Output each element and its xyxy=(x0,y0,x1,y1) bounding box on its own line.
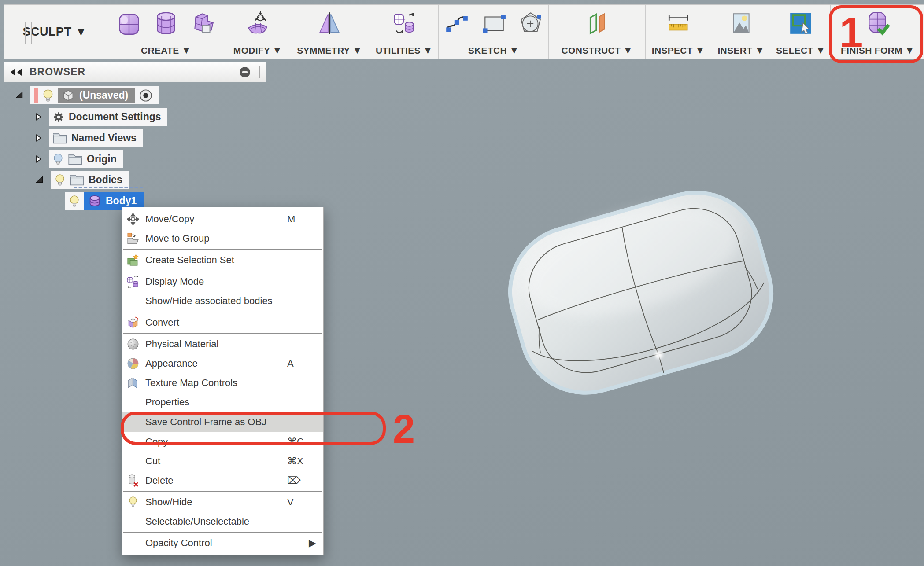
menu-separator xyxy=(123,491,322,492)
tree-row-bodies[interactable]: Bodies xyxy=(35,171,129,189)
inspect-icons xyxy=(646,8,711,38)
sketch-spline-button[interactable] xyxy=(444,11,469,36)
construct-menu[interactable]: CONSTRUCT ▼ xyxy=(549,45,645,56)
select-button[interactable] xyxy=(788,11,813,36)
menu-item-properties[interactable]: Properties xyxy=(122,393,323,412)
insert-menu[interactable]: INSERT ▼ xyxy=(711,45,771,56)
tree-row-named-views[interactable]: Named Views xyxy=(35,129,143,147)
insert-image-button[interactable] xyxy=(728,11,754,36)
menu-separator xyxy=(123,249,322,250)
menu-item-cut[interactable]: Cut ⌘X xyxy=(122,452,323,471)
origin-chip[interactable]: Origin xyxy=(49,150,123,168)
expand-triangle-closed-icon[interactable] xyxy=(35,134,42,142)
menu-item-create-selection-set[interactable]: Create Selection Set xyxy=(122,250,323,270)
inspect-menu[interactable]: INSPECT ▼ xyxy=(646,45,711,56)
bodies-chip[interactable]: Bodies xyxy=(51,171,129,189)
expand-triangle-closed-icon[interactable] xyxy=(35,155,42,163)
utilities-menu[interactable]: UTILITIES ▼ xyxy=(370,45,438,56)
construct-icons xyxy=(549,8,645,38)
expand-triangle-open-icon[interactable] xyxy=(15,91,23,99)
edit-form-button[interactable] xyxy=(245,11,270,36)
no-icon xyxy=(126,435,140,448)
menu-item-shortcut: A xyxy=(287,358,316,369)
minus-circle-icon xyxy=(239,66,251,78)
no-icon xyxy=(126,415,140,429)
no-icon xyxy=(126,515,140,528)
symmetry-menu[interactable]: SYMMETRY ▼ xyxy=(289,45,370,56)
active-document-box[interactable]: (Unsaved) xyxy=(58,88,135,103)
active-component-radio-icon[interactable] xyxy=(139,89,152,102)
submenu-arrow-icon: ▶ xyxy=(287,537,316,549)
root-node-chip[interactable]: (Unsaved) xyxy=(30,86,159,104)
create-menu[interactable]: CREATE ▼ xyxy=(106,45,226,56)
body1-bulb-chip[interactable] xyxy=(65,192,84,210)
tree-row-origin[interactable]: Origin xyxy=(35,150,123,168)
menu-item-show-hide-associated-bodies[interactable]: Show/Hide associated bodies xyxy=(122,291,323,311)
menu-item-label: Delete xyxy=(145,475,287,486)
browser-resize-grip[interactable] xyxy=(255,66,260,78)
toolbar-section-select: SELECT ▼ xyxy=(771,5,831,59)
toolbar-drag-handle[interactable] xyxy=(25,22,32,44)
expand-triangle-open-icon[interactable] xyxy=(35,176,44,184)
menu-item-display-mode[interactable]: Display Mode xyxy=(122,272,323,291)
workspace-switcher[interactable]: SCULPT ▼ xyxy=(4,5,106,59)
bulb-off-icon[interactable] xyxy=(52,153,64,165)
named-views-chip[interactable]: Named Views xyxy=(49,129,143,147)
menu-item-physical-material[interactable]: Physical Material xyxy=(122,334,323,354)
select-icons xyxy=(771,8,830,38)
move-to-group-icon xyxy=(126,232,140,245)
browser-collapse-button[interactable] xyxy=(9,68,23,76)
create-box-button[interactable] xyxy=(116,11,142,36)
rectangle-icon xyxy=(481,11,506,36)
bulb-on-icon[interactable] xyxy=(42,89,54,102)
sketch-rectangle-button[interactable] xyxy=(481,11,506,36)
menu-item-delete[interactable]: Delete ⌦ xyxy=(122,471,323,490)
no-icon xyxy=(126,537,140,550)
tree-row-document-settings[interactable]: Document Settings xyxy=(35,108,167,126)
menu-item-texture-map-controls[interactable]: Texture Map Controls xyxy=(122,373,323,393)
sketch-polygon-button[interactable] xyxy=(518,11,543,36)
sketch-menu[interactable]: SKETCH ▼ xyxy=(439,45,548,56)
symmetry-icons xyxy=(289,8,370,38)
mirror-symmetry-button[interactable] xyxy=(317,11,342,36)
menu-item-copy[interactable]: Copy ⌘C xyxy=(122,432,323,452)
create-cylinder-button[interactable] xyxy=(153,11,179,36)
select-window-icon xyxy=(788,11,813,36)
toolbar-section-create: CREATE ▼ xyxy=(106,5,226,59)
construction-planes-icon xyxy=(584,11,610,36)
menu-item-move-copy[interactable]: Move/Copy M xyxy=(122,209,323,229)
bulb-on-icon[interactable] xyxy=(54,174,66,186)
unsaved-indicator-bar xyxy=(34,88,38,103)
construct-plane-button[interactable] xyxy=(584,11,610,36)
modify-menu[interactable]: MODIFY ▼ xyxy=(226,45,289,56)
select-menu[interactable]: SELECT ▼ xyxy=(771,45,830,56)
menu-item-label: Show/Hide xyxy=(145,496,287,508)
texture-map-controls-icon xyxy=(126,376,140,390)
menu-item-opacity-control[interactable]: Opacity Control ▶ xyxy=(122,533,323,553)
tree-row-root[interactable]: (Unsaved) xyxy=(15,86,159,104)
menu-item-move-to-group[interactable]: Move to Group xyxy=(122,229,323,248)
menu-item-convert[interactable]: Convert xyxy=(122,313,323,332)
menu-item-selectable-unselectable[interactable]: Selectable/Unselectable xyxy=(122,512,323,531)
sculpt-workspace-label[interactable]: SCULPT ▼ xyxy=(22,25,87,39)
menu-item-save-control-frame-as-obj[interactable]: Save Control Frame as OBJ xyxy=(122,412,323,432)
tspline-body-model[interactable] xyxy=(489,187,797,407)
menu-item-appearance[interactable]: Appearance A xyxy=(122,354,323,373)
bodies-label: Bodies xyxy=(89,174,122,186)
bulb-on-icon[interactable] xyxy=(69,195,80,207)
measure-button[interactable] xyxy=(665,11,691,36)
finish-form-menu[interactable]: FINISH FORM ▼ xyxy=(831,45,924,56)
finish-form-button[interactable] xyxy=(865,11,891,36)
document-settings-chip[interactable]: Document Settings xyxy=(49,108,167,126)
bulb-on-icon xyxy=(126,496,140,509)
display-mode-utility-button[interactable] xyxy=(392,11,417,36)
menu-item-label: Opacity Control xyxy=(145,537,287,549)
expand-triangle-closed-icon[interactable] xyxy=(35,113,42,121)
menu-separator xyxy=(123,532,322,533)
folder-icon xyxy=(52,132,67,144)
browser-minimize-button[interactable] xyxy=(239,66,251,78)
menu-item-show-hide[interactable]: Show/Hide V xyxy=(122,492,323,512)
body1-label: Body1 xyxy=(106,195,137,207)
create-primitive-button[interactable] xyxy=(190,11,216,36)
app-window: SCULPT ▼ xyxy=(0,0,924,566)
